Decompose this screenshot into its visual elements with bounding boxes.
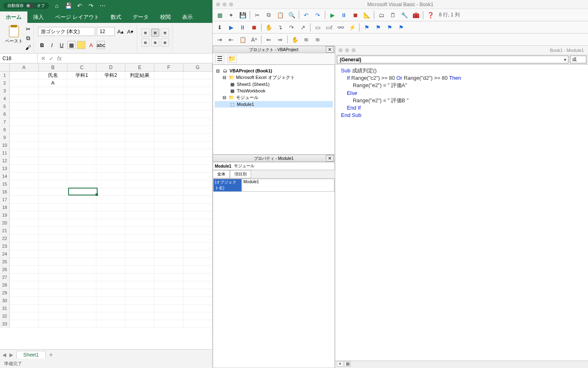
cell[interactable] xyxy=(67,118,96,126)
row-header[interactable]: 11 xyxy=(0,149,10,157)
cell[interactable] xyxy=(183,118,212,126)
format-painter-icon[interactable]: 🖌 xyxy=(25,44,31,51)
break-icon[interactable]: ⏸ xyxy=(238,23,247,32)
bookmark-prev-icon[interactable]: ⚑ xyxy=(385,23,394,32)
font-color-button[interactable]: A xyxy=(87,41,95,49)
cell[interactable] xyxy=(67,305,96,312)
align-bottom-icon[interactable]: ≡ xyxy=(161,29,169,37)
cell[interactable] xyxy=(96,180,125,188)
row-header[interactable]: 13 xyxy=(0,165,10,172)
cell[interactable] xyxy=(183,95,212,102)
project-icon[interactable]: 🗂 xyxy=(377,11,386,20)
row-header[interactable]: 32 xyxy=(0,312,10,320)
cancel-icon[interactable]: ✕ xyxy=(41,55,46,62)
cell[interactable] xyxy=(39,165,68,172)
column-header[interactable]: F xyxy=(154,63,183,71)
cell[interactable] xyxy=(96,258,125,265)
paste-button[interactable]: ペースト xyxy=(5,26,23,44)
cell[interactable] xyxy=(10,188,39,195)
cell[interactable] xyxy=(154,79,183,87)
name-box[interactable]: C16 xyxy=(0,54,38,63)
cell[interactable] xyxy=(154,219,183,227)
cell[interactable] xyxy=(96,235,125,242)
cell[interactable] xyxy=(39,305,68,312)
cell[interactable] xyxy=(67,188,96,195)
cell[interactable] xyxy=(39,297,68,304)
qat-redo-icon[interactable]: ↷ xyxy=(88,3,94,9)
cell[interactable] xyxy=(183,258,212,265)
cell[interactable] xyxy=(96,87,125,94)
cell[interactable] xyxy=(125,87,154,94)
align-middle-icon[interactable]: ≡ xyxy=(151,29,159,37)
cell[interactable] xyxy=(183,72,212,79)
cell[interactable] xyxy=(125,266,154,273)
cell[interactable] xyxy=(67,312,96,320)
cell[interactable] xyxy=(183,312,212,320)
row-header[interactable]: 7 xyxy=(0,118,10,126)
cell[interactable] xyxy=(96,149,125,157)
cell[interactable]: A xyxy=(39,79,68,87)
bookmark-clear-icon[interactable]: ⚑ xyxy=(396,23,405,32)
cell[interactable] xyxy=(39,235,68,242)
cell[interactable] xyxy=(125,258,154,265)
cell[interactable] xyxy=(125,305,154,312)
row-header[interactable]: 1 xyxy=(0,72,10,79)
cell[interactable] xyxy=(10,72,39,79)
cell[interactable] xyxy=(125,141,154,149)
cell[interactable] xyxy=(67,134,96,141)
cell[interactable] xyxy=(39,289,68,296)
cell[interactable] xyxy=(39,196,68,203)
cell[interactable] xyxy=(154,196,183,203)
qat-home-icon[interactable]: ⌂ xyxy=(54,3,60,9)
row-header[interactable]: 5 xyxy=(0,103,10,110)
cell[interactable] xyxy=(10,297,39,304)
reset-icon[interactable]: ⏹ xyxy=(249,23,258,32)
close-icon[interactable]: ✕ xyxy=(326,155,334,162)
cell[interactable] xyxy=(183,305,212,312)
bookmark-icon[interactable]: ⚑ xyxy=(362,23,371,32)
row-header[interactable]: 23 xyxy=(0,242,10,250)
cell[interactable] xyxy=(125,211,154,219)
cell[interactable] xyxy=(154,188,183,195)
step-out-icon[interactable]: ↗ xyxy=(298,23,307,32)
row-header[interactable]: 2 xyxy=(0,79,10,87)
cell[interactable] xyxy=(67,204,96,211)
cell[interactable] xyxy=(154,103,183,110)
cell[interactable] xyxy=(67,180,96,188)
cell[interactable] xyxy=(96,219,125,227)
watch-icon[interactable]: 👓 xyxy=(336,23,345,32)
cell[interactable] xyxy=(67,242,96,250)
row-header[interactable]: 3 xyxy=(0,87,10,94)
row-header[interactable]: 21 xyxy=(0,227,10,234)
underline-button[interactable]: U xyxy=(58,41,66,49)
toolbox-icon[interactable]: 🧰 xyxy=(411,11,420,20)
cell[interactable] xyxy=(154,235,183,242)
project-tree[interactable]: ⊟🗂VBAProject (Book1) ⊟📁Microsoft Excel オ… xyxy=(213,65,335,155)
cell[interactable] xyxy=(125,312,154,320)
cell[interactable] xyxy=(125,274,154,281)
help-icon[interactable]: ❓ xyxy=(426,11,435,20)
ribbon-tab[interactable]: 校閲 xyxy=(154,11,176,23)
cell[interactable] xyxy=(96,320,125,328)
properties-grid[interactable]: (オブジェクト名) Module1 xyxy=(213,178,335,368)
cell[interactable] xyxy=(125,188,154,195)
object-browser-icon[interactable]: 🔧 xyxy=(400,11,409,20)
cell[interactable]: 学科1 xyxy=(67,72,96,79)
cell[interactable] xyxy=(96,126,125,133)
row-header[interactable]: 33 xyxy=(0,320,10,328)
cell[interactable] xyxy=(154,289,183,296)
cell[interactable] xyxy=(154,305,183,312)
cell[interactable] xyxy=(183,110,212,118)
cell[interactable] xyxy=(183,219,212,227)
cell[interactable] xyxy=(67,219,96,227)
cell[interactable] xyxy=(96,110,125,118)
cell[interactable] xyxy=(154,180,183,188)
cell[interactable] xyxy=(154,95,183,102)
cell[interactable] xyxy=(10,320,39,328)
cell[interactable] xyxy=(67,79,96,87)
find-icon[interactable]: 🔍 xyxy=(287,11,296,20)
cell[interactable] xyxy=(154,242,183,250)
cell[interactable] xyxy=(183,87,212,94)
cell[interactable] xyxy=(10,211,39,219)
cell[interactable] xyxy=(10,266,39,273)
